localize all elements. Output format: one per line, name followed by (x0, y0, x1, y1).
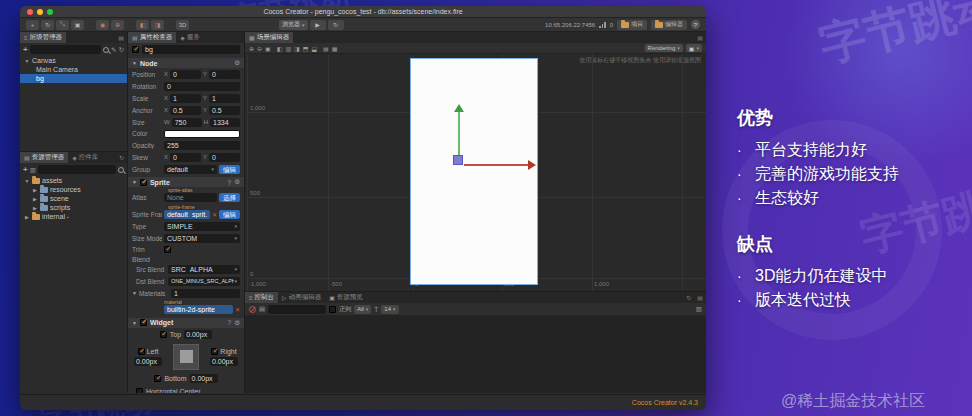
scene-viewport[interactable]: 使用鼠标右键平移视图焦点 使用滚轮缩放视图 1,000 500 0 -1,0 (245, 54, 706, 291)
atlas-field[interactable]: None (164, 193, 217, 202)
search-icon[interactable] (118, 167, 124, 173)
clear-icon[interactable]: ✕ (212, 211, 217, 218)
open-editor-folder-button[interactable]: 编辑器 (651, 20, 687, 30)
chevron-right-icon[interactable]: ▶ (32, 196, 38, 202)
widget-right-checkbox[interactable] (211, 348, 218, 355)
anchor-x-field[interactable]: 0.5 (170, 106, 201, 115)
opacity-field[interactable]: 255 (164, 141, 240, 150)
align-center-icon[interactable]: ▥ (285, 45, 291, 52)
tab-hierarchy[interactable]: ≡ 层级管理器 (20, 32, 66, 43)
material-field[interactable]: builtin-2d-sprite (164, 305, 233, 314)
pivot-toggle-button[interactable]: ◉ (96, 20, 109, 30)
clear-console-button[interactable] (249, 306, 256, 313)
size-w-field[interactable]: 750 (172, 118, 202, 127)
refresh-icon[interactable]: ↻ (119, 46, 124, 54)
size-mode-dropdown[interactable]: CUSTOM ▾ (164, 234, 240, 243)
widget-left-checkbox[interactable] (138, 348, 145, 355)
tab-console[interactable]: ≡ 控制台 (245, 292, 278, 303)
help-icon[interactable]: ? (228, 179, 232, 186)
gear-icon[interactable]: ⚙ (234, 319, 240, 327)
asset-folder-scene[interactable]: ▶ scene (20, 194, 127, 203)
preview-target-dropdown[interactable]: 浏览器 ▾ (279, 20, 308, 30)
widget-top-checkbox[interactable] (160, 331, 167, 338)
panel-menu-icon[interactable]: ▤ (115, 32, 127, 43)
group-edit-button[interactable]: 编辑 (219, 165, 240, 174)
gear-icon[interactable]: ⚙ (234, 59, 240, 67)
sprite-enabled-checkbox[interactable] (140, 179, 147, 186)
scale-y-field[interactable]: 1 (209, 94, 240, 103)
log-level-dropdown[interactable]: All ▾ (354, 305, 371, 314)
color-swatch[interactable] (164, 130, 240, 138)
clear-icon[interactable]: ✕ (235, 306, 240, 313)
widget-right-field[interactable]: 0.00px (210, 357, 238, 366)
skew-x-field[interactable]: 0 (170, 153, 201, 162)
distribute-v-icon[interactable]: ▦ (332, 45, 338, 52)
gizmo-y-arrow-icon[interactable] (454, 104, 464, 112)
panel-menu-icon[interactable]: ▤ (694, 292, 706, 303)
tab-asset-preview[interactable]: ▣ 资源预览 (325, 292, 367, 303)
world-coord-button[interactable]: ◨ (151, 20, 164, 30)
move-tool-button[interactable]: + (26, 20, 39, 30)
local-coord-button[interactable]: ◧ (136, 20, 149, 30)
refresh-button[interactable]: ↻ (328, 20, 344, 30)
help-icon[interactable]: ? (228, 319, 232, 326)
widget-top-field[interactable]: 0.00px (184, 330, 212, 339)
gizmo-x-axis[interactable] (464, 164, 528, 166)
sprite-section-header[interactable]: ▼ Sprite ? ⚙ (128, 177, 244, 187)
rotation-field[interactable]: 0 (164, 82, 240, 91)
tab-widget-library[interactable]: ◈ 控件库 (68, 152, 102, 163)
gizmo-x-arrow-icon[interactable] (528, 160, 536, 170)
gizmo-center-handle[interactable] (453, 155, 463, 165)
align-top-icon[interactable]: ⬒ (303, 45, 309, 52)
open-project-folder-button[interactable]: 项目 (617, 20, 647, 30)
trim-checkbox[interactable] (164, 246, 171, 253)
font-size-dropdown[interactable]: 14 ▾ (381, 305, 398, 314)
chevron-right-icon[interactable]: ▶ (24, 214, 30, 220)
skew-y-field[interactable]: 0 (209, 153, 240, 162)
group-dropdown[interactable]: default ▾ (164, 165, 217, 174)
close-window-button[interactable] (27, 9, 33, 15)
panel-menu-icon[interactable]: ▤ (694, 32, 706, 43)
horizontal-center-checkbox[interactable] (136, 388, 143, 393)
type-dropdown[interactable]: SIMPLE ▾ (164, 222, 240, 231)
atlas-select-button[interactable]: 选择 (219, 193, 240, 202)
node-name-input[interactable]: bg (142, 45, 240, 54)
scale-tool-button[interactable]: ⤡ (56, 20, 69, 30)
asset-folder-assets[interactable]: ▼ assets (20, 176, 127, 185)
anchor-toggle-button[interactable]: ⊕ (111, 20, 124, 30)
rendering-dropdown[interactable]: Rendering ▾ (645, 44, 683, 52)
regex-checkbox[interactable] (329, 306, 336, 313)
asset-folder-scripts[interactable]: ▶ scripts (20, 203, 127, 212)
chevron-down-icon[interactable]: ▼ (24, 178, 30, 184)
create-asset-button[interactable]: + (23, 165, 28, 174)
create-node-button[interactable]: + (23, 45, 28, 54)
widget-section-header[interactable]: ▼ Widget ? ⚙ (128, 318, 244, 328)
materials-count-field[interactable]: 1 (171, 289, 240, 298)
widget-enabled-checkbox[interactable] (140, 319, 147, 326)
align-right-icon[interactable]: ◨ (294, 45, 300, 52)
anchor-y-field[interactable]: 0.5 (209, 106, 240, 115)
camera-dropdown[interactable]: ▣ ▾ (686, 44, 702, 52)
scale-x-field[interactable]: 1 (170, 94, 201, 103)
tree-node-canvas[interactable]: ▼ Canvas (20, 56, 127, 65)
dst-blend-dropdown[interactable]: ONE_MINUS_SRC_ALPHA ▾ (168, 277, 240, 286)
chevron-right-icon[interactable]: ▶ (32, 205, 38, 211)
widget-bottom-field[interactable]: 0.00px (190, 374, 218, 383)
asset-folder-internal[interactable]: ▶ internal ▪ (20, 212, 127, 221)
zoom-in-icon[interactable]: ⊕ (249, 45, 254, 52)
hierarchy-search-input[interactable] (30, 45, 101, 54)
refresh-icon[interactable]: ↻ (116, 152, 127, 163)
tab-assets[interactable]: ▤ 资源管理器 (20, 152, 68, 163)
position-x-field[interactable]: 0 (170, 70, 201, 79)
tab-properties[interactable]: ▤ 属性检查器 (128, 32, 176, 43)
console-output[interactable] (245, 316, 706, 393)
zoom-fit-icon[interactable]: ▣ (265, 45, 271, 52)
refresh-icon[interactable]: ↻ (683, 292, 694, 303)
chevron-down-icon[interactable]: ▼ (24, 58, 30, 64)
size-h-field[interactable]: 1334 (210, 118, 240, 127)
gizmo-y-axis[interactable] (458, 112, 460, 157)
mode-3d-button[interactable]: 3D (176, 20, 189, 30)
assets-search-input[interactable] (38, 165, 116, 174)
asset-folder-resources[interactable]: ▶ resources (20, 185, 127, 194)
sprite-frame-field[interactable]: default_sprit... (164, 210, 210, 219)
